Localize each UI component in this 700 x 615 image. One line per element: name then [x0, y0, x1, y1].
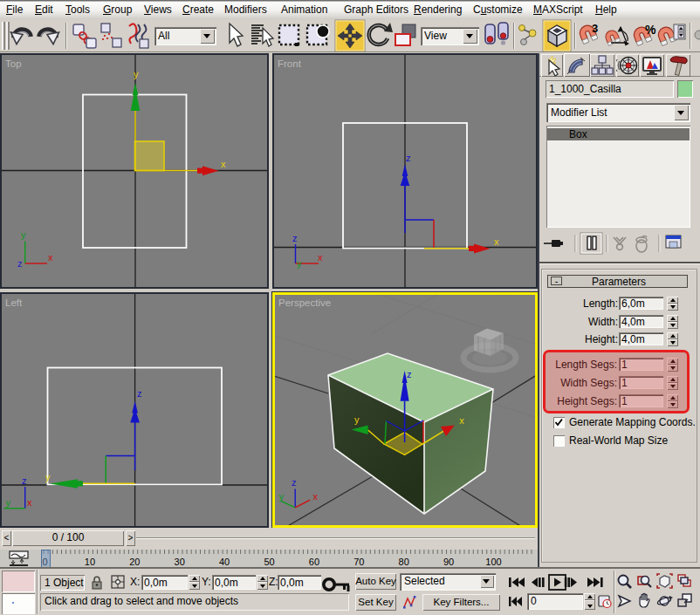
svg-text:y: y: [297, 258, 302, 269]
svg-text:y: y: [279, 491, 285, 502]
svg-text:z: z: [292, 477, 297, 488]
svg-text:y: y: [45, 472, 51, 482]
svg-text:x: x: [318, 252, 323, 263]
svg-text:z: z: [22, 475, 27, 486]
svg-text:x: x: [494, 236, 499, 247]
svg-text:y: y: [134, 69, 139, 79]
svg-text:z: z: [406, 153, 411, 163]
svg-text:x: x: [27, 497, 32, 508]
svg-text:Front: Front: [278, 58, 302, 69]
svg-text:Left: Left: [5, 297, 23, 308]
svg-text:y: y: [354, 414, 360, 425]
svg-text:z: z: [137, 388, 142, 399]
svg-text:y: y: [6, 497, 11, 508]
svg-text:%: %: [645, 23, 656, 37]
svg-text:Top: Top: [5, 58, 22, 69]
svg-text:z: z: [407, 369, 412, 379]
svg-text:y: y: [21, 229, 26, 240]
svg-text:x: x: [459, 415, 464, 426]
svg-text:z: z: [292, 233, 298, 243]
svg-text:x: x: [48, 252, 53, 263]
svg-text:z: z: [17, 258, 23, 269]
svg-text:3: 3: [592, 22, 598, 35]
svg-text:x: x: [313, 491, 319, 502]
svg-text:x: x: [221, 159, 226, 169]
svg-text:Perspective: Perspective: [278, 297, 331, 308]
